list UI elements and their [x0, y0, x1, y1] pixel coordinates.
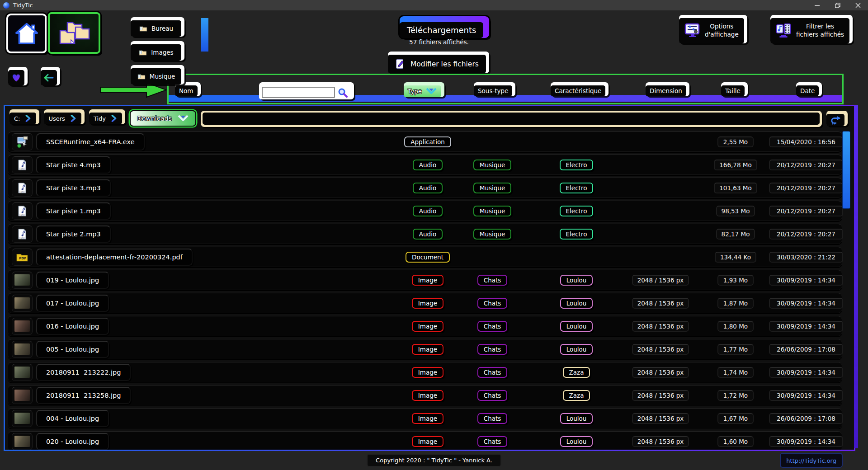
quick-folder-label: Images — [151, 49, 173, 56]
breadcrumb-segment-tidy[interactable]: Tidy — [89, 109, 125, 124]
current-folder-label: Téléchargements — [400, 22, 483, 38]
caracteristique-cell: Loulou — [549, 298, 604, 309]
display-options-button[interactable]: Optionsd'affichage — [679, 15, 747, 43]
column-header-sous-type[interactable]: Sous-type — [474, 82, 515, 96]
back-button[interactable] — [41, 67, 60, 85]
file-name[interactable]: 016 - Loulou.jpg — [36, 318, 109, 335]
svg-text:MP3: MP3 — [21, 237, 24, 239]
file-row[interactable]: MP3 PDF SSCERuntime_x64-FRA.exe Applicat… — [8, 132, 842, 152]
file-row[interactable]: MP3 PDF 016 - Loulou.jpg Image Chats Lou… — [8, 316, 842, 336]
file-type-icon: MP3 PDF — [12, 387, 33, 404]
dim-value: 2048 / 1536 px — [632, 367, 689, 378]
breadcrumb-current-downloads[interactable]: Downloads — [130, 110, 196, 127]
chevron-down-icon — [425, 87, 437, 95]
file-name[interactable]: Star piste 4.mp3 — [36, 156, 111, 174]
size-value: 1,80 Mo — [717, 321, 754, 332]
search-input[interactable] — [262, 87, 335, 98]
badge-audio: Audio — [413, 183, 443, 193]
search-icon[interactable] — [337, 87, 348, 98]
minimize-button[interactable] — [807, 0, 827, 10]
file-name[interactable]: 019 - Loulou.jpg — [36, 272, 109, 289]
taille-cell: 1,72 Mo — [704, 390, 767, 401]
file-row[interactable]: MP3 PDF 20180911 213258.jpg Image Chats … — [8, 385, 842, 405]
file-name[interactable]: 20180911 213258.jpg — [36, 387, 131, 404]
badge-loulou: Loulou — [560, 321, 593, 332]
file-row[interactable]: MP3 PDF attestation-deplacement-fr-20200… — [8, 247, 842, 267]
size-value: 1,67 Mo — [717, 413, 754, 424]
sidebar-item-musique[interactable]: Musique — [131, 65, 184, 85]
chevron-right-icon — [70, 114, 77, 122]
date-cell: 30/09/2019 : 14:34 — [761, 321, 851, 332]
breadcrumb-segment-c[interactable]: C: — [9, 109, 39, 124]
close-button[interactable] — [848, 0, 868, 10]
site-link[interactable]: http://TidyTic.org — [786, 457, 836, 464]
dim-value: 2048 / 1536 px — [632, 344, 689, 355]
sidebar-item-images[interactable]: Images — [131, 41, 184, 61]
edit-files-button[interactable]: Modifier les fichiers — [388, 52, 489, 73]
file-name[interactable]: 017 - Loulou.jpg — [36, 295, 109, 312]
file-row[interactable]: MP3 PDF Star piste 4.mp3 Audio Musique E… — [8, 155, 842, 175]
caracteristique-cell: Loulou — [549, 344, 604, 355]
file-name[interactable]: 20180911 213222.jpg — [36, 364, 131, 381]
file-row[interactable]: MP3 PDF 020 - Loulou.jpg Image Chats Lou… — [8, 431, 842, 451]
file-name[interactable]: Star piste 3.mp3 — [36, 179, 111, 197]
column-header-dimension[interactable]: Dimension — [646, 82, 689, 96]
current-folder-tab[interactable]: Téléchargements — [400, 16, 489, 38]
dim-value: 2048 / 1536 px — [632, 298, 689, 309]
badge-musique: Musique — [473, 183, 511, 193]
column-header-date[interactable]: Date — [796, 82, 822, 96]
breadcrumb-segment-users[interactable]: Users — [44, 109, 84, 124]
folder-icon — [138, 49, 147, 56]
undo-button[interactable] — [826, 111, 848, 126]
file-row[interactable]: MP3 PDF 004 - Loulou.jpg Image Chats Lou… — [8, 408, 842, 428]
caracteristique-cell: Electro — [549, 160, 604, 170]
file-row[interactable]: MP3 PDF 017 - Loulou.jpg Image Chats Lou… — [8, 293, 842, 313]
size-value: 82,17 Mo — [716, 229, 755, 240]
file-name[interactable]: Star piste 2.mp3 — [36, 226, 111, 243]
dim-value: 2048 / 1536 px — [632, 275, 689, 286]
caracteristique-cell: Loulou — [549, 436, 604, 447]
sous-type-cell: Chats — [465, 436, 519, 447]
column-header-caracteristique[interactable]: Caractéristique — [551, 82, 609, 96]
file-row[interactable]: MP3 PDF Star piste 3.mp3 Audio Musique E… — [8, 178, 842, 198]
filter-files-button[interactable]: Filtrer lesfichiers affichés — [770, 15, 853, 43]
sidebar-item-bureau[interactable]: Bureau — [131, 17, 184, 37]
file-name[interactable]: SSCERuntime_x64-FRA.exe — [36, 133, 145, 150]
file-row[interactable]: MP3 PDF 019 - Loulou.jpg Image Chats Lou… — [8, 270, 842, 290]
file-name[interactable]: attestation-deplacement-fr-20200324.pdf — [36, 249, 193, 266]
date-cell: 30/09/2019 : 14:34 — [761, 436, 851, 447]
date-cell: 30/09/2019 : 14:34 — [761, 390, 851, 401]
thumbnail — [14, 389, 30, 401]
badge-chats: Chats — [477, 436, 508, 447]
favorites-button[interactable] — [8, 67, 28, 85]
file-name[interactable]: 005 - Loulou.jpg — [36, 341, 109, 358]
file-row[interactable]: MP3 PDF Star piste 2.mp3 Audio Musique E… — [8, 224, 842, 244]
home-button[interactable] — [6, 14, 47, 53]
sous-type-cell: Musique — [465, 229, 519, 240]
date-value: 26/06/2009 : 17:08 — [769, 344, 843, 355]
scrollbar-track[interactable] — [854, 105, 858, 448]
restore-button[interactable] — [827, 0, 848, 10]
column-header-taille[interactable]: Taille — [721, 82, 748, 96]
date-value: 20/12/2019 : 20:27 — [769, 206, 843, 216]
date-value: 30/09/2019 : 14:34 — [769, 390, 843, 401]
type-cell: Audio — [401, 160, 455, 170]
file-name[interactable]: 020 - Loulou.jpg — [36, 433, 109, 450]
file-name[interactable]: 004 - Loulou.jpg — [36, 410, 109, 427]
date-cell: 15/04/2020 : 16:56 — [761, 136, 851, 147]
file-name[interactable]: Star piste 1.mp3 — [36, 202, 111, 220]
badge-loulou: Loulou — [560, 298, 593, 309]
file-row[interactable]: MP3 PDF 005 - Loulou.jpg Image Chats Lou… — [8, 339, 842, 359]
file-row[interactable]: MP3 PDF Star piste 1.mp3 Audio Musique E… — [8, 201, 842, 221]
file-row[interactable]: MP3 PDF 20180911 213222.jpg Image Chats … — [8, 362, 842, 382]
dimension-cell: 2048 / 1536 px — [624, 344, 697, 355]
date-value: 30/09/2019 : 14:34 — [769, 436, 843, 447]
column-header-type[interactable]: Type — [404, 82, 444, 97]
thumbnail — [14, 343, 30, 355]
badge-chats: Chats — [477, 344, 508, 355]
scrollbar-thumb[interactable] — [842, 131, 850, 209]
date-cell: 30/09/2019 : 14:34 — [761, 367, 851, 378]
date-value: 20/12/2019 : 20:27 — [769, 160, 843, 170]
all-folders-button[interactable] — [48, 12, 100, 54]
badge-audio: Audio — [413, 229, 443, 240]
